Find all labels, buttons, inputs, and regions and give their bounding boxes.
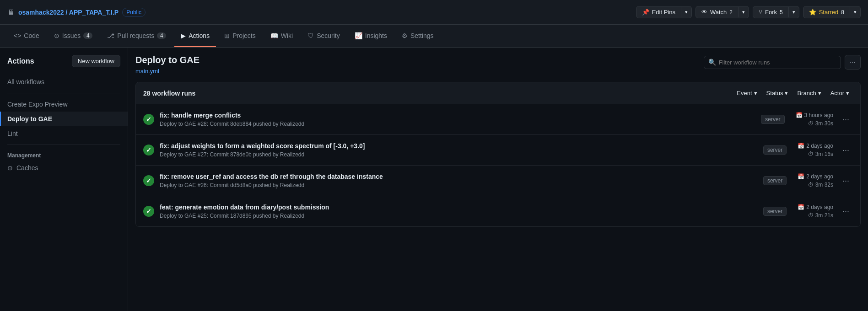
- sidebar-item-caches[interactable]: ⊙ Caches: [0, 161, 128, 175]
- run-meta-2: 📅 2 days ago ⏱ 3m 32s: [798, 173, 833, 188]
- run-title-0: fix: handle merge conflicts: [160, 112, 750, 119]
- table-row[interactable]: ✓ fix: adjust weights to form a weighted…: [136, 135, 860, 166]
- main-layout: Actions New workflow All workflows Creat…: [0, 48, 868, 311]
- more-options-button[interactable]: ···: [845, 55, 861, 70]
- workflow-info: Deploy to GAE main.yml: [135, 55, 199, 75]
- fork-icon: ⑂: [759, 9, 762, 16]
- run-meta-0: 📅 3 hours ago ⏱ 3m 30s: [796, 112, 833, 127]
- clock-icon: ⏱: [808, 182, 814, 188]
- calendar-icon: 📅: [796, 112, 803, 118]
- run-subtitle-2: Deploy to GAE #26: Commit dd5d8a0 pushed…: [160, 182, 752, 188]
- clock-icon: ⏱: [808, 212, 814, 219]
- table-row[interactable]: ✓ feat: generate emotion data from diary…: [136, 196, 860, 226]
- management-label: Management: [0, 149, 128, 161]
- tab-issues[interactable]: ⊙ Issues 4: [48, 25, 99, 47]
- tab-insights[interactable]: 📈 Insights: [348, 25, 394, 47]
- tab-projects[interactable]: ⊞ Projects: [218, 25, 262, 47]
- workflow-file-link[interactable]: main.yml: [135, 68, 159, 75]
- repo-owner-link[interactable]: osamhack2022: [18, 9, 64, 16]
- success-checkmark: ✓: [146, 146, 151, 154]
- nav-tabs: <> Code ⊙ Issues 4 ⎇ Pull requests 4 ▶ A…: [0, 25, 868, 48]
- run-more-button-0[interactable]: ···: [839, 113, 853, 126]
- edit-pins-button[interactable]: 📌 Edit Pins: [636, 6, 681, 18]
- run-more-button-2[interactable]: ···: [839, 174, 853, 188]
- repo-name-link[interactable]: APP_TAPA_T.I.P: [69, 9, 119, 16]
- star-icon: ⭐: [809, 9, 816, 16]
- edit-pins-button-group[interactable]: 📌 Edit Pins ▾: [636, 6, 692, 18]
- pull-requests-icon: ⎇: [107, 32, 114, 39]
- repo-separator: /: [66, 9, 69, 16]
- filter-status-button[interactable]: Status ▾: [763, 88, 792, 98]
- public-badge: Public: [122, 8, 146, 17]
- calendar-icon: 📅: [798, 173, 804, 180]
- runs-count: 28 workflow runs: [143, 90, 195, 97]
- star-button-group[interactable]: ⭐ Starred 8 ▾: [803, 6, 861, 18]
- run-duration-0: ⏱ 3m 30s: [796, 120, 833, 127]
- sidebar-header: Actions New workflow: [0, 55, 128, 75]
- success-checkmark: ✓: [146, 208, 151, 215]
- watch-button-group[interactable]: 👁 Watch 2 ▾: [695, 6, 749, 18]
- main-content: Deploy to GAE main.yml 🔍 ··· 28 workflow…: [128, 48, 868, 311]
- sidebar-title: Actions: [7, 57, 34, 65]
- fork-button[interactable]: ⑂ Fork 5: [753, 6, 788, 18]
- new-workflow-button[interactable]: New workflow: [72, 55, 120, 67]
- run-more-button-3[interactable]: ···: [839, 205, 853, 218]
- run-info-2: fix: remove user_ref and access the db r…: [160, 173, 752, 188]
- run-meta-1: 📅 2 days ago ⏱ 3m 16s: [798, 143, 833, 157]
- run-time-1: 📅 2 days ago: [798, 143, 833, 149]
- success-checkmark: ✓: [146, 177, 151, 184]
- run-status-icon-3: ✓: [143, 206, 154, 217]
- tab-security[interactable]: 🛡 Security: [301, 25, 346, 47]
- calendar-icon: 📅: [798, 143, 804, 149]
- tab-settings[interactable]: ⚙ Settings: [395, 25, 440, 47]
- star-button[interactable]: ⭐ Starred 8: [803, 6, 850, 18]
- tab-code[interactable]: <> Code: [7, 25, 46, 47]
- run-duration-1: ⏱ 3m 16s: [798, 151, 833, 157]
- sidebar: Actions New workflow All workflows Creat…: [0, 48, 128, 311]
- sidebar-item-all-workflows[interactable]: All workflows: [0, 75, 128, 89]
- run-status-icon-1: ✓: [143, 145, 154, 156]
- run-more-button-1[interactable]: ···: [839, 144, 853, 157]
- run-list: ✓ fix: handle merge conflicts Deploy to …: [136, 104, 860, 226]
- insights-icon: 📈: [355, 32, 362, 39]
- eye-icon: 👁: [701, 9, 707, 16]
- search-input[interactable]: [704, 56, 841, 69]
- caches-icon: ⊙: [7, 164, 13, 172]
- issues-icon: ⊙: [54, 32, 59, 39]
- run-subtitle-0: Deploy to GAE #28: Commit 8deb884 pushed…: [160, 121, 750, 127]
- tab-actions[interactable]: ▶ Actions: [174, 25, 216, 47]
- runs-filters: Event ▾ Status ▾ Branch ▾ Actor ▾: [733, 88, 853, 98]
- run-time-2: 📅 2 days ago: [798, 173, 833, 180]
- run-tag-3: server: [763, 207, 787, 216]
- run-time-0: 📅 3 hours ago: [796, 112, 833, 118]
- watch-dropdown[interactable]: ▾: [738, 7, 749, 17]
- repo-icon: 🖥: [7, 8, 15, 16]
- clock-icon: ⏱: [808, 151, 814, 157]
- table-row[interactable]: ✓ fix: remove user_ref and access the db…: [136, 166, 860, 196]
- settings-icon: ⚙: [402, 32, 408, 39]
- calendar-icon: 📅: [798, 204, 804, 210]
- sidebar-divider-2: [7, 145, 120, 145]
- runs-header: 28 workflow runs Event ▾ Status ▾ Branch…: [136, 82, 860, 104]
- tab-wiki[interactable]: 📖 Wiki: [264, 25, 299, 47]
- sidebar-item-create-expo-preview[interactable]: Create Expo Preview: [0, 97, 128, 112]
- search-filter-row: 🔍 ···: [704, 55, 861, 70]
- star-dropdown[interactable]: ▾: [850, 7, 860, 17]
- filter-event-button[interactable]: Event ▾: [733, 88, 760, 98]
- run-tag-2: server: [763, 176, 787, 185]
- security-icon: 🛡: [307, 32, 314, 39]
- fork-dropdown[interactable]: ▾: [788, 7, 799, 17]
- edit-pins-dropdown[interactable]: ▾: [681, 7, 691, 17]
- filter-branch-button[interactable]: Branch ▾: [793, 88, 825, 98]
- watch-button[interactable]: 👁 Watch 2: [696, 6, 738, 18]
- table-row[interactable]: ✓ fix: handle merge conflicts Deploy to …: [136, 104, 860, 135]
- workflow-title: Deploy to GAE: [135, 55, 199, 65]
- run-info-1: fix: adjust weights to form a weighted s…: [160, 142, 752, 158]
- all-workflows-label: All workflows: [7, 78, 44, 86]
- filter-actor-button[interactable]: Actor ▾: [827, 88, 853, 98]
- sidebar-item-lint[interactable]: Lint: [0, 126, 128, 141]
- event-dropdown-icon: ▾: [754, 90, 757, 97]
- fork-button-group[interactable]: ⑂ Fork 5 ▾: [753, 6, 799, 18]
- tab-pull-requests[interactable]: ⎇ Pull requests 4: [101, 25, 173, 47]
- sidebar-item-deploy-to-gae[interactable]: Deploy to GAE: [0, 112, 128, 126]
